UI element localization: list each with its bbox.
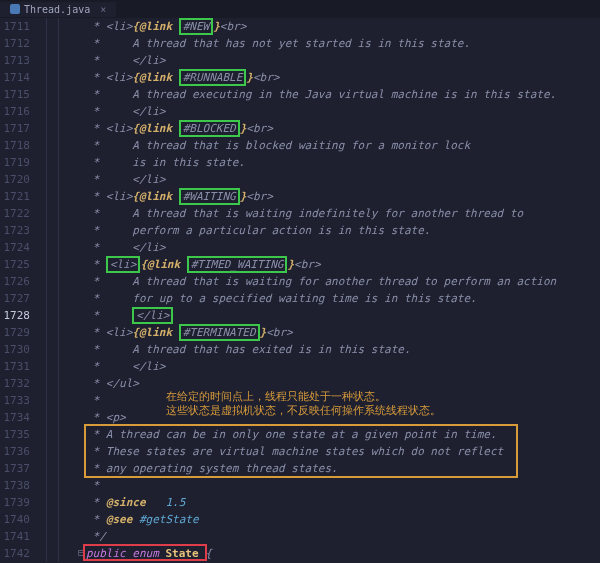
- code-line[interactable]: * A thread that is waiting for another t…: [86, 273, 600, 290]
- code-line[interactable]: * <li>{@link #BLOCKED}<br>: [86, 120, 600, 137]
- code-line[interactable]: * perform a particular action is in this…: [86, 222, 600, 239]
- code-line[interactable]: * A thread executing in the Java virtual…: [86, 86, 600, 103]
- code-line[interactable]: * </li>: [86, 171, 600, 188]
- code-line[interactable]: * </li>: [86, 358, 600, 375]
- code-line[interactable]: * A thread that has not yet started is i…: [86, 35, 600, 52]
- code-line[interactable]: * A thread that has exited is in this st…: [86, 341, 600, 358]
- code-line[interactable]: * <li>{@link #RUNNABLE}<br>: [86, 69, 600, 86]
- editor-tab[interactable]: Thread.java ×: [0, 2, 116, 17]
- code-line[interactable]: * <li>{@link #TERMINATED}<br>: [86, 324, 600, 341]
- code-line[interactable]: * </li>: [86, 103, 600, 120]
- code-line[interactable]: * @since 1.5: [86, 494, 600, 511]
- code-line[interactable]: * <li>{@link #NEW}<br>: [86, 18, 600, 35]
- code-line[interactable]: *: [86, 392, 600, 409]
- code-line[interactable]: * for up to a specified waiting time is …: [86, 290, 600, 307]
- code-line[interactable]: public enum State {: [86, 545, 600, 562]
- code-line[interactable]: * A thread that is blocked waiting for a…: [86, 137, 600, 154]
- code-line[interactable]: *: [86, 477, 600, 494]
- code-editor[interactable]: 1711171217131714171517161717171817191720…: [0, 18, 600, 563]
- code-line[interactable]: * </li>: [86, 307, 600, 324]
- code-area[interactable]: * <li>{@link #NEW}<br> * A thread that h…: [86, 18, 600, 563]
- code-line[interactable]: * <li>{@link #WAITING}<br>: [86, 188, 600, 205]
- code-line[interactable]: * </li>: [86, 239, 600, 256]
- code-line[interactable]: * any operating system thread states.: [86, 460, 600, 477]
- fold-icon[interactable]: ⊟: [78, 547, 84, 558]
- java-file-icon: [10, 4, 20, 14]
- code-line[interactable]: * These states are virtual machine state…: [86, 443, 600, 460]
- code-line[interactable]: * <li>{@link #TIMED_WAITING}<br>: [86, 256, 600, 273]
- code-line[interactable]: * A thread can be in only one state at a…: [86, 426, 600, 443]
- close-icon[interactable]: ×: [100, 4, 106, 15]
- tab-title: Thread.java: [24, 4, 90, 15]
- tab-bar: Thread.java ×: [0, 0, 600, 18]
- line-gutter: 1711171217131714171517161717171817191720…: [0, 18, 38, 563]
- fold-gutter: ⊟: [38, 18, 86, 563]
- code-line[interactable]: * is in this state.: [86, 154, 600, 171]
- code-line[interactable]: * <p>: [86, 409, 600, 426]
- code-line[interactable]: * </ul>: [86, 375, 600, 392]
- code-line[interactable]: * A thread that is waiting indefinitely …: [86, 205, 600, 222]
- code-line[interactable]: */: [86, 528, 600, 545]
- code-line[interactable]: * @see #getState: [86, 511, 600, 528]
- code-line[interactable]: * </li>: [86, 52, 600, 69]
